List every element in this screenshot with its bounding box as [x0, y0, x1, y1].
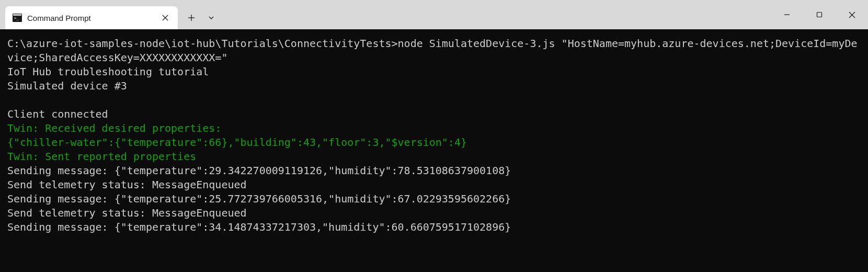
- terminal-line: Sending message: {"temperature":29.34227…: [7, 164, 861, 178]
- cmd-icon: >_: [13, 13, 22, 22]
- terminal-line: IoT Hub troubleshooting tutorial: [7, 65, 861, 79]
- terminal-line: Send telemetry status: MessageEnqueued: [7, 206, 861, 220]
- svg-rect-8: [817, 13, 822, 17]
- svg-rect-1: [13, 14, 21, 16]
- tab-command-prompt[interactable]: >_ Command Prompt: [5, 6, 178, 29]
- window-controls: [771, 0, 868, 29]
- terminal-line: Sending message: {"temperature":34.14874…: [7, 220, 861, 234]
- new-tab-button[interactable]: [181, 7, 202, 28]
- terminal-line: Twin: Received desired properties:: [7, 121, 861, 135]
- terminal-line: Client connected: [7, 107, 861, 121]
- terminal-line: {"chiller-water":{"temperature":66},"bui…: [7, 135, 861, 150]
- minimize-button[interactable]: [771, 0, 803, 29]
- terminal-line: Sending message: {"temperature":25.77273…: [7, 192, 861, 206]
- terminal-line: [7, 93, 861, 107]
- tab-area: >_ Command Prompt: [0, 0, 221, 29]
- terminal-line: Twin: Sent reported properties: [7, 150, 861, 164]
- titlebar: >_ Command Prompt: [0, 0, 868, 29]
- terminal-line: Send telemetry status: MessageEnqueued: [7, 178, 861, 192]
- svg-text:>_: >_: [14, 16, 19, 20]
- tab-title: Command Prompt: [27, 14, 154, 22]
- terminal-line: C:\azure-iot-samples-node\iot-hub\Tutori…: [7, 37, 861, 65]
- maximize-button[interactable]: [803, 0, 836, 29]
- terminal-line: Simulated device #3: [7, 79, 861, 93]
- tab-close-button[interactable]: [159, 12, 172, 24]
- close-button[interactable]: [836, 0, 868, 29]
- tab-dropdown-button[interactable]: [202, 7, 221, 28]
- terminal-output[interactable]: C:\azure-iot-samples-node\iot-hub\Tutori…: [0, 29, 868, 272]
